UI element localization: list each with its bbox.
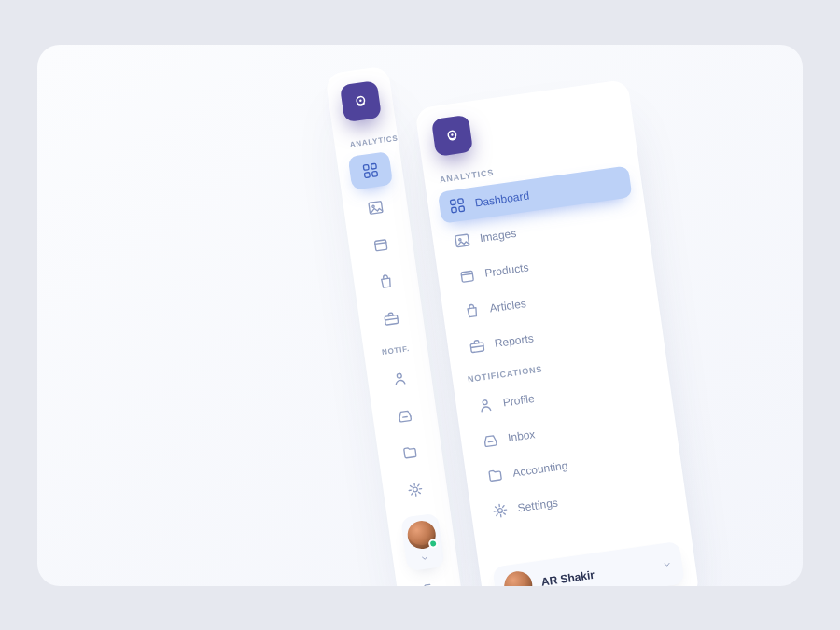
chevron-down-icon [661,557,674,570]
sidebar-item-articles[interactable] [363,261,409,301]
avatar [502,569,534,586]
sidebar-item-label: Inbox [507,427,536,444]
presence-dot [428,538,439,548]
sidebar-item-products[interactable] [358,225,404,264]
logout-button[interactable] [406,579,453,586]
box-icon [457,266,476,285]
chevron-down-icon [418,552,431,565]
briefcase-icon [382,309,400,328]
sidebar-item-reports[interactable] [369,299,414,338]
sidebar-item-label: Reports [494,331,535,350]
user-icon [476,396,495,414]
logout-icon [420,581,439,586]
sidebar-item-profile[interactable] [377,358,423,398]
gear-icon [406,480,425,498]
sidebar-item-label: Settings [517,496,559,514]
tray-icon [396,406,414,425]
sidebar-item-label: Products [483,260,529,279]
section-label-notifications: NOTIF. [379,343,413,357]
gear-icon [491,500,510,519]
sidebar-item-settings[interactable] [393,469,439,509]
sidebar-item-images[interactable] [353,188,399,227]
folder-icon [485,466,504,484]
grid-icon [361,161,380,179]
folder-icon [400,442,419,461]
user-icon [390,369,409,387]
sidebar-item-label: Images [479,226,517,244]
briefcase-icon [468,336,486,355]
grid-icon [448,196,467,215]
sidebar-item-label: Articles [489,297,527,315]
user-name: AR Shakir [540,567,595,585]
tray-icon [481,430,499,449]
box-icon [371,234,390,253]
sidebar-item-label: Dashboard [474,189,530,209]
bag-icon [376,272,395,290]
section-label-analytics: ANALYTICS [349,135,384,148]
sidebar-full: ANALYTICS Dashboard Images Products Arti… [414,78,700,585]
image-icon [366,198,385,217]
sidebar-item-inbox[interactable] [382,396,427,435]
canvas: ANALYTICS NOTIF. AR Shakir [37,45,803,586]
sidebar-item-accounting[interactable] [387,433,433,472]
image-icon [453,231,471,249]
avatar [406,519,438,551]
sidebar-item-label: Profile [502,391,536,409]
bag-icon [463,301,482,320]
sidebar-item-label: Accounting [511,458,568,479]
app-logo[interactable] [431,114,473,156]
app-logo[interactable] [340,80,382,122]
sidebar-item-dashboard[interactable] [348,150,394,189]
user-card[interactable]: AR Shakir [400,512,445,571]
